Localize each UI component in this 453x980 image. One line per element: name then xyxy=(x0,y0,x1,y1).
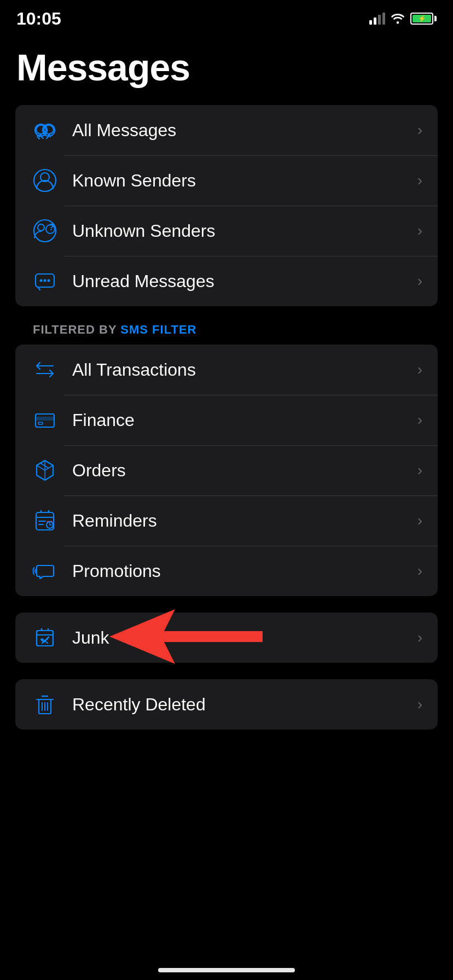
recently-deleted-item[interactable]: Recently Deleted › xyxy=(15,679,438,730)
svg-point-3 xyxy=(44,125,54,134)
svg-point-13 xyxy=(48,279,50,282)
svg-point-12 xyxy=(44,279,47,282)
junk-section-wrapper: Junk › xyxy=(0,612,453,663)
orders-label: Orders xyxy=(72,460,417,481)
finance-label: Finance xyxy=(72,410,417,430)
junk-label: Junk xyxy=(72,628,417,648)
known-senders-item[interactable]: Known Senders › xyxy=(15,155,438,206)
unknown-senders-item[interactable]: ? Unknown Senders › xyxy=(15,206,438,256)
promotions-item[interactable]: Promotions › xyxy=(15,546,438,596)
junk-item[interactable]: Junk › xyxy=(15,612,438,663)
promotions-icon xyxy=(31,557,59,585)
all-messages-label: All Messages xyxy=(72,120,417,141)
recently-deleted-section: Recently Deleted › xyxy=(15,679,438,730)
all-messages-icon xyxy=(31,116,59,144)
filtered-section: All Transactions › Finance › Orders › xyxy=(15,345,438,596)
wifi-icon xyxy=(391,13,405,24)
known-senders-label: Known Senders xyxy=(72,171,417,191)
main-messages-section: All Messages › Known Senders › ? Unknown… xyxy=(15,105,438,306)
svg-rect-15 xyxy=(36,417,54,420)
filter-label-container: FILTERED BY SMS FILTER xyxy=(0,323,453,345)
all-transactions-label: All Transactions xyxy=(72,360,417,380)
all-transactions-item[interactable]: All Transactions › xyxy=(15,345,438,395)
recently-deleted-chevron: › xyxy=(417,696,422,713)
status-time: 10:05 xyxy=(16,9,61,29)
svg-point-7 xyxy=(38,224,44,231)
svg-rect-31 xyxy=(37,631,53,646)
orders-icon xyxy=(31,456,59,485)
finance-icon xyxy=(31,406,59,434)
home-indicator xyxy=(158,968,295,972)
all-messages-item[interactable]: All Messages › xyxy=(15,105,438,155)
svg-point-11 xyxy=(40,279,43,282)
promotions-label: Promotions xyxy=(72,561,417,581)
all-transactions-icon xyxy=(31,355,59,384)
recently-deleted-icon xyxy=(31,690,59,719)
svg-text:?: ? xyxy=(49,223,54,232)
all-messages-chevron: › xyxy=(417,121,422,139)
unread-messages-label: Unread Messages xyxy=(72,271,417,291)
reminders-icon: ⏰ xyxy=(31,506,59,535)
junk-chevron: › xyxy=(417,629,422,646)
page-title: Messages xyxy=(0,30,453,105)
reminders-item[interactable]: ⏰ Reminders › xyxy=(15,495,438,546)
status-icons: ⚡ xyxy=(369,13,437,25)
promotions-chevron: › xyxy=(417,562,422,580)
reminders-label: Reminders xyxy=(72,511,417,531)
svg-rect-27 xyxy=(37,631,53,646)
battery-icon: ⚡ xyxy=(410,13,437,25)
junk-icon xyxy=(31,623,59,652)
unread-messages-item[interactable]: Unread Messages › xyxy=(15,256,438,306)
filter-label: FILTERED BY SMS FILTER xyxy=(16,323,213,343)
reminders-chevron: › xyxy=(417,512,422,529)
finance-item[interactable]: Finance › xyxy=(15,395,438,445)
unknown-senders-icon: ? xyxy=(31,217,59,245)
signal-icon xyxy=(369,13,385,25)
unknown-senders-label: Unknown Senders xyxy=(72,221,417,241)
status-bar: 10:05 ⚡ xyxy=(0,0,453,30)
known-senders-chevron: › xyxy=(417,172,422,189)
finance-chevron: › xyxy=(417,411,422,429)
junk-section: Junk › xyxy=(15,612,438,663)
unread-messages-icon xyxy=(31,267,59,295)
orders-item[interactable]: Orders › xyxy=(15,445,438,495)
known-senders-icon xyxy=(31,166,59,195)
orders-chevron: › xyxy=(417,462,422,479)
unknown-senders-chevron: › xyxy=(417,222,422,240)
recently-deleted-label: Recently Deleted xyxy=(72,695,417,715)
unread-messages-chevron: › xyxy=(417,272,422,290)
all-transactions-chevron: › xyxy=(417,361,422,378)
svg-rect-16 xyxy=(38,422,43,424)
